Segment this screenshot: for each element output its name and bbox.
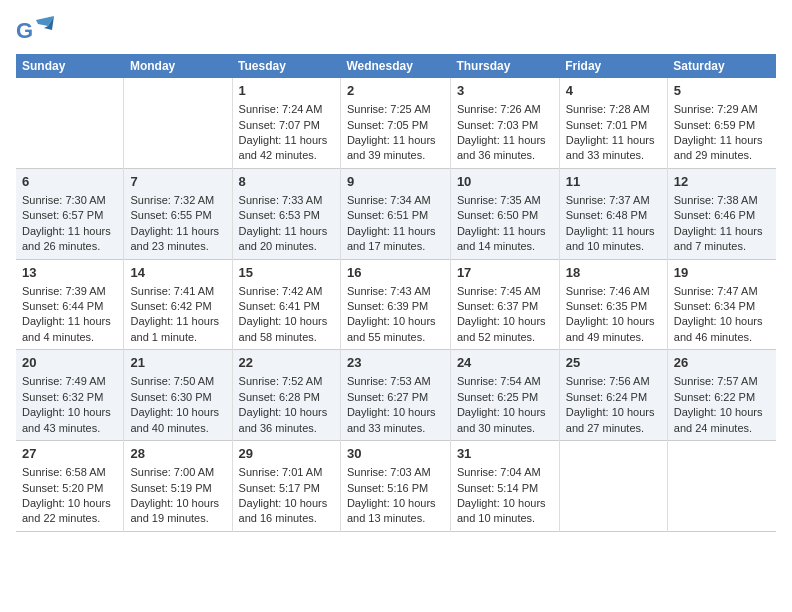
sunrise-text: Sunrise: 7:04 AM (457, 465, 553, 480)
sunrise-text: Sunrise: 7:38 AM (674, 193, 770, 208)
day-number: 14 (130, 264, 225, 282)
calendar-cell: 1Sunrise: 7:24 AMSunset: 7:07 PMDaylight… (232, 78, 340, 168)
daylight-text: Daylight: 10 hours and 58 minutes. (239, 314, 334, 345)
daylight-text: Daylight: 11 hours and 1 minute. (130, 314, 225, 345)
sunset-text: Sunset: 6:34 PM (674, 299, 770, 314)
sunset-text: Sunset: 6:32 PM (22, 390, 117, 405)
sunrise-text: Sunrise: 7:29 AM (674, 102, 770, 117)
sunset-text: Sunset: 6:35 PM (566, 299, 661, 314)
calendar-cell: 18Sunrise: 7:46 AMSunset: 6:35 PMDayligh… (559, 259, 667, 350)
sunrise-text: Sunrise: 7:47 AM (674, 284, 770, 299)
calendar-cell (16, 78, 124, 168)
header-wednesday: Wednesday (340, 54, 450, 78)
sunrise-text: Sunrise: 7:35 AM (457, 193, 553, 208)
sunset-text: Sunset: 6:48 PM (566, 208, 661, 223)
daylight-text: Daylight: 10 hours and 55 minutes. (347, 314, 444, 345)
svg-text:G: G (16, 18, 33, 43)
sunset-text: Sunset: 6:53 PM (239, 208, 334, 223)
day-number: 23 (347, 354, 444, 372)
calendar-cell (124, 78, 232, 168)
sunrise-text: Sunrise: 7:28 AM (566, 102, 661, 117)
daylight-text: Daylight: 10 hours and 24 minutes. (674, 405, 770, 436)
daylight-text: Daylight: 10 hours and 46 minutes. (674, 314, 770, 345)
sunrise-text: Sunrise: 7:37 AM (566, 193, 661, 208)
sunset-text: Sunset: 6:50 PM (457, 208, 553, 223)
calendar-cell: 5Sunrise: 7:29 AMSunset: 6:59 PMDaylight… (667, 78, 776, 168)
calendar-cell: 3Sunrise: 7:26 AMSunset: 7:03 PMDaylight… (450, 78, 559, 168)
sunset-text: Sunset: 6:42 PM (130, 299, 225, 314)
sunrise-text: Sunrise: 7:30 AM (22, 193, 117, 208)
sunset-text: Sunset: 5:19 PM (130, 481, 225, 496)
calendar-cell: 29Sunrise: 7:01 AMSunset: 5:17 PMDayligh… (232, 441, 340, 532)
sunset-text: Sunset: 6:41 PM (239, 299, 334, 314)
day-number: 15 (239, 264, 334, 282)
daylight-text: Daylight: 11 hours and 39 minutes. (347, 133, 444, 164)
day-number: 30 (347, 445, 444, 463)
daylight-text: Daylight: 11 hours and 42 minutes. (239, 133, 334, 164)
calendar-cell: 4Sunrise: 7:28 AMSunset: 7:01 PMDaylight… (559, 78, 667, 168)
sunrise-text: Sunrise: 7:33 AM (239, 193, 334, 208)
daylight-text: Daylight: 10 hours and 16 minutes. (239, 496, 334, 527)
day-number: 13 (22, 264, 117, 282)
sunset-text: Sunset: 6:24 PM (566, 390, 661, 405)
sunset-text: Sunset: 5:14 PM (457, 481, 553, 496)
calendar-cell: 21Sunrise: 7:50 AMSunset: 6:30 PMDayligh… (124, 350, 232, 441)
calendar-week-row: 13Sunrise: 7:39 AMSunset: 6:44 PMDayligh… (16, 259, 776, 350)
sunset-text: Sunset: 5:17 PM (239, 481, 334, 496)
sunrise-text: Sunrise: 7:46 AM (566, 284, 661, 299)
sunrise-text: Sunrise: 7:50 AM (130, 374, 225, 389)
calendar-cell: 11Sunrise: 7:37 AMSunset: 6:48 PMDayligh… (559, 168, 667, 259)
daylight-text: Daylight: 11 hours and 23 minutes. (130, 224, 225, 255)
day-number: 19 (674, 264, 770, 282)
sunrise-text: Sunrise: 7:00 AM (130, 465, 225, 480)
day-number: 3 (457, 82, 553, 100)
daylight-text: Daylight: 11 hours and 17 minutes. (347, 224, 444, 255)
day-number: 26 (674, 354, 770, 372)
header-monday: Monday (124, 54, 232, 78)
daylight-text: Daylight: 10 hours and 40 minutes. (130, 405, 225, 436)
sunrise-text: Sunrise: 7:43 AM (347, 284, 444, 299)
sunset-text: Sunset: 6:37 PM (457, 299, 553, 314)
day-number: 16 (347, 264, 444, 282)
calendar-week-row: 6Sunrise: 7:30 AMSunset: 6:57 PMDaylight… (16, 168, 776, 259)
daylight-text: Daylight: 10 hours and 30 minutes. (457, 405, 553, 436)
day-number: 18 (566, 264, 661, 282)
daylight-text: Daylight: 10 hours and 33 minutes. (347, 405, 444, 436)
calendar-cell: 13Sunrise: 7:39 AMSunset: 6:44 PMDayligh… (16, 259, 124, 350)
day-number: 6 (22, 173, 117, 191)
sunset-text: Sunset: 5:16 PM (347, 481, 444, 496)
day-number: 25 (566, 354, 661, 372)
sunset-text: Sunset: 6:59 PM (674, 118, 770, 133)
sunrise-text: Sunrise: 7:45 AM (457, 284, 553, 299)
calendar-cell: 31Sunrise: 7:04 AMSunset: 5:14 PMDayligh… (450, 441, 559, 532)
sunrise-text: Sunrise: 7:34 AM (347, 193, 444, 208)
calendar-cell: 26Sunrise: 7:57 AMSunset: 6:22 PMDayligh… (667, 350, 776, 441)
sunrise-text: Sunrise: 7:24 AM (239, 102, 334, 117)
calendar-table: SundayMondayTuesdayWednesdayThursdayFrid… (16, 54, 776, 532)
header-sunday: Sunday (16, 54, 124, 78)
day-number: 29 (239, 445, 334, 463)
calendar-cell: 12Sunrise: 7:38 AMSunset: 6:46 PMDayligh… (667, 168, 776, 259)
daylight-text: Daylight: 10 hours and 27 minutes. (566, 405, 661, 436)
sunrise-text: Sunrise: 7:49 AM (22, 374, 117, 389)
daylight-text: Daylight: 11 hours and 14 minutes. (457, 224, 553, 255)
day-number: 24 (457, 354, 553, 372)
sunrise-text: Sunrise: 7:54 AM (457, 374, 553, 389)
calendar-week-row: 1Sunrise: 7:24 AMSunset: 7:07 PMDaylight… (16, 78, 776, 168)
calendar-cell: 25Sunrise: 7:56 AMSunset: 6:24 PMDayligh… (559, 350, 667, 441)
calendar-cell: 6Sunrise: 7:30 AMSunset: 6:57 PMDaylight… (16, 168, 124, 259)
sunrise-text: Sunrise: 7:52 AM (239, 374, 334, 389)
day-number: 10 (457, 173, 553, 191)
calendar-cell: 23Sunrise: 7:53 AMSunset: 6:27 PMDayligh… (340, 350, 450, 441)
day-number: 9 (347, 173, 444, 191)
daylight-text: Daylight: 10 hours and 43 minutes. (22, 405, 117, 436)
day-number: 28 (130, 445, 225, 463)
calendar-cell (559, 441, 667, 532)
sunset-text: Sunset: 6:39 PM (347, 299, 444, 314)
calendar-week-row: 27Sunrise: 6:58 AMSunset: 5:20 PMDayligh… (16, 441, 776, 532)
day-number: 5 (674, 82, 770, 100)
sunrise-text: Sunrise: 7:39 AM (22, 284, 117, 299)
calendar-cell: 10Sunrise: 7:35 AMSunset: 6:50 PMDayligh… (450, 168, 559, 259)
calendar-cell: 9Sunrise: 7:34 AMSunset: 6:51 PMDaylight… (340, 168, 450, 259)
sunset-text: Sunset: 6:44 PM (22, 299, 117, 314)
